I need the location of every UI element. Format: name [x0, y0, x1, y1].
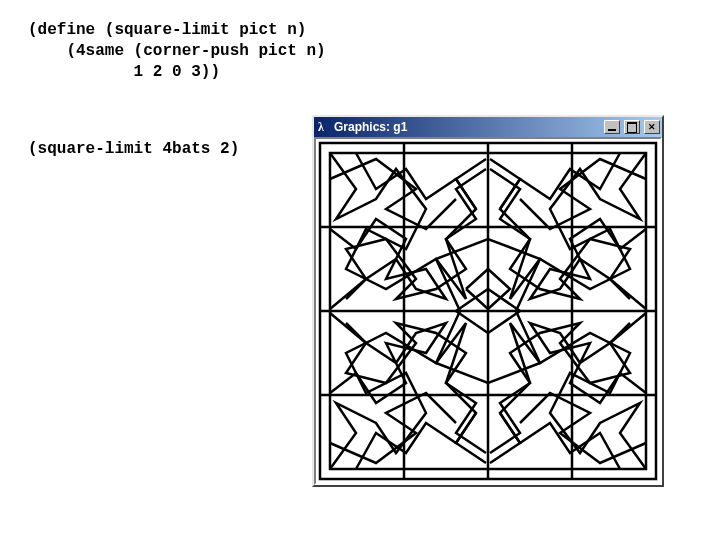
graphics-canvas	[314, 137, 662, 485]
code-line-2: (4same (corner-push pict n)	[28, 42, 326, 60]
code-line-1: (define (square-limit pict n)	[28, 21, 306, 39]
code-block: (define (square-limit pict n) (4same (co…	[28, 20, 326, 82]
close-button[interactable]: ✕	[644, 120, 660, 134]
minimize-button[interactable]	[604, 120, 620, 134]
maximize-button[interactable]	[624, 120, 640, 134]
svg-text:λ: λ	[318, 120, 324, 134]
graphics-window: λ Graphics: g1 ✕	[312, 115, 664, 487]
square-limit-drawing	[316, 139, 660, 483]
titlebar[interactable]: λ Graphics: g1 ✕	[314, 117, 662, 137]
lambda-icon: λ	[316, 120, 330, 134]
call-expression: (square-limit 4bats 2)	[28, 140, 239, 158]
code-line-3: 1 2 0 3))	[28, 63, 220, 81]
window-title: Graphics: g1	[334, 120, 600, 134]
